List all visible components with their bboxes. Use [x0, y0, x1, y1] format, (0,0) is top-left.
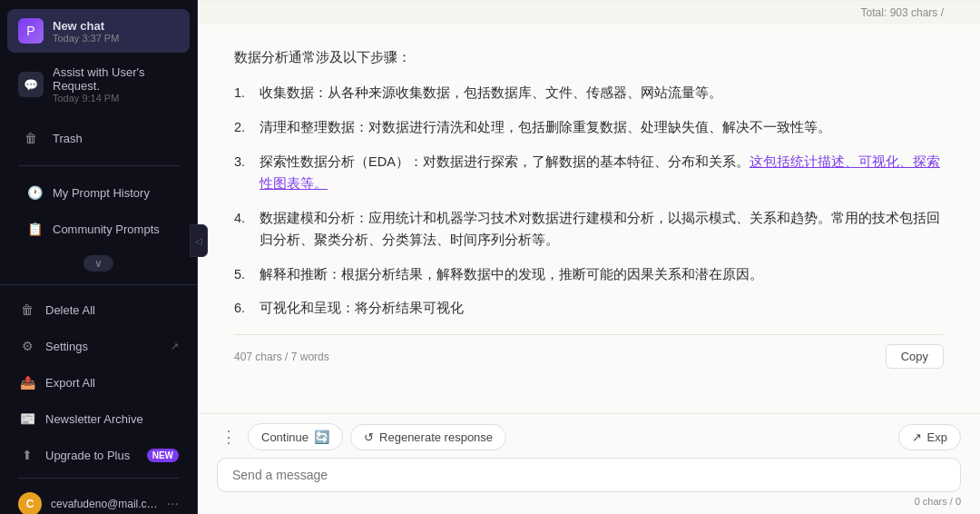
list-item: 1. 收集数据：从各种来源收集数据，包括数据库、文件、传感器、网站流量等。: [234, 83, 944, 104]
list-item: 3. 探索性数据分析（EDA）：对数据进行探索，了解数据的基本特征、分布和关系。…: [234, 152, 944, 195]
list-text: 可视化和呈现：将分析结果可视化: [260, 298, 944, 320]
message-content: 数据分析通常涉及以下步骤： 1. 收集数据：从各种来源收集数据，包括数据库、文件…: [234, 46, 944, 369]
input-row: [217, 458, 961, 492]
upgrade-icon: ⬆: [18, 446, 36, 464]
user-email: cevafudeno@mail.com: [51, 498, 158, 510]
regen-label: Regenerate response: [379, 430, 493, 444]
list-item: 5. 解释和推断：根据分析结果，解释数据中的发现，推断可能的因果关系和潜在原因。: [234, 264, 944, 286]
new-chat-icon: P: [18, 18, 44, 44]
delete-all-icon: 🗑: [18, 301, 36, 319]
trash-icon: 🗑: [18, 125, 44, 151]
newsletter-label: Newsletter Archive: [45, 412, 179, 426]
community-icon: 📋: [25, 220, 44, 238]
user-row[interactable]: C cevafudeno@mail.com ···: [7, 484, 190, 514]
assist-time: Today 9:14 PM: [53, 93, 179, 104]
delete-all-item[interactable]: 🗑 Delete All: [7, 292, 190, 327]
settings-item[interactable]: ⚙ Settings ↗: [7, 329, 190, 363]
export-all-label: Export All: [45, 376, 179, 390]
list-number: 6.: [234, 298, 252, 320]
export-label: Exp: [927, 430, 947, 444]
action-row: ⋮ Continue 🔄 ↺ Regenerate response ↗ Exp: [217, 423, 961, 450]
sidebar-section-prompts: 🕐 My Prompt History 📋 Community Prompts: [7, 172, 190, 252]
action-dot-icon[interactable]: ⋮: [217, 423, 240, 450]
my-prompt-history-label: My Prompt History: [53, 186, 150, 200]
message-input[interactable]: [232, 468, 946, 482]
regenerate-button[interactable]: ↺ Regenerate response: [350, 424, 506, 450]
community-prompts-label: Community Prompts: [53, 222, 160, 236]
sidebar-collapse-btn[interactable]: ◁: [190, 224, 208, 257]
continue-icon: 🔄: [314, 430, 329, 444]
settings-label: Settings: [45, 340, 158, 353]
char-info: 0 chars / 0: [217, 496, 961, 507]
expand-collapse-btn[interactable]: ∨: [7, 252, 190, 275]
upgrade-label: Upgrade to Plus: [45, 449, 138, 462]
new-chat-text: New chat Today 3:37 PM: [53, 19, 179, 44]
export-arrow-icon: ↗: [912, 430, 922, 444]
message-intro: 数据分析通常涉及以下步骤：: [234, 46, 944, 68]
continue-label: Continue: [261, 430, 309, 444]
settings-icon: ⚙: [18, 337, 36, 355]
prompt-history-icon: 🕐: [25, 183, 44, 202]
list-number: 4.: [234, 208, 252, 252]
list-number: 1.: [234, 83, 252, 104]
main-content: Total: 903 chars / 数据分析通常涉及以下步骤： 1. 收集数据…: [198, 0, 980, 514]
user-divider: [18, 478, 179, 479]
chevron-icon: ∨: [83, 255, 113, 272]
new-chat-item[interactable]: P New chat Today 3:37 PM: [7, 9, 190, 53]
assist-text: Assist with User's Request. Today 9:14 P…: [53, 65, 179, 104]
regen-icon: ↺: [364, 430, 374, 444]
upgrade-to-plus-item[interactable]: ⬆ Upgrade to Plus NEW: [7, 438, 190, 472]
community-prompts-item[interactable]: 📋 Community Prompts: [15, 212, 182, 246]
list-text: 探索性数据分析（EDA）：对数据进行探索，了解数据的基本特征、分布和关系。这包括…: [260, 152, 944, 195]
list-text: 清理和整理数据：对数据进行清洗和处理，包括删除重复数据、处理缺失值、解决不一致性…: [260, 117, 944, 139]
char-count: 407 chars / 7 words: [234, 351, 329, 363]
new-chat-title: New chat: [53, 19, 179, 33]
list-text: 收集数据：从各种来源收集数据，包括数据库、文件、传感器、网站流量等。: [260, 83, 944, 104]
trash-item[interactable]: 🗑 Trash: [7, 116, 190, 160]
list-number: 5.: [234, 264, 252, 286]
chat-area: 数据分析通常涉及以下步骤： 1. 收集数据：从各种来源收集数据，包括数据库、文件…: [198, 25, 980, 413]
export-all-item[interactable]: 📤 Export All: [7, 365, 190, 400]
export-all-icon: 📤: [18, 373, 36, 391]
list-text: 解释和推断：根据分析结果，解释数据中的发现，推断可能的因果关系和潜在原因。: [260, 264, 944, 286]
total-count: Total: 903 chars /: [198, 0, 980, 25]
user-more-icon[interactable]: ···: [167, 496, 179, 512]
chat-bubble-icon: 💬: [18, 72, 44, 97]
list-number: 3.: [234, 152, 252, 195]
sidebar-divider: [18, 165, 179, 166]
assist-chat-item[interactable]: 💬 Assist with User's Request. Today 9:14…: [7, 56, 190, 113]
list-item: 6. 可视化和呈现：将分析结果可视化: [234, 298, 944, 320]
newsletter-icon: 📰: [18, 410, 36, 428]
copy-button[interactable]: Copy: [886, 344, 944, 369]
list-item: 4. 数据建模和分析：应用统计和机器学习技术对数据进行建模和分析，以揭示模式、关…: [234, 208, 944, 252]
highlight-text: 这包括统计描述、可视化、探索性图表等。: [260, 154, 940, 191]
list-text: 数据建模和分析：应用统计和机器学习技术对数据进行建模和分析，以揭示模式、关系和趋…: [260, 208, 944, 252]
sidebar-bottom: 🗑 Delete All ⚙ Settings ↗ 📤 Export All 📰…: [0, 284, 197, 514]
export-button[interactable]: ↗ Exp: [898, 424, 961, 450]
cursor-indicator: ↗: [171, 341, 179, 352]
delete-all-label: Delete All: [45, 303, 179, 317]
newsletter-archive-item[interactable]: 📰 Newsletter Archive: [7, 401, 190, 436]
trash-label: Trash: [53, 132, 83, 145]
numbered-list: 1. 收集数据：从各种来源收集数据，包括数据库、文件、传感器、网站流量等。 2.…: [234, 83, 944, 320]
sidebar-top: P New chat Today 3:37 PM 💬 Assist with U…: [0, 0, 197, 284]
assist-title: Assist with User's Request.: [53, 65, 179, 93]
my-prompt-history-item[interactable]: 🕐 My Prompt History: [15, 175, 182, 210]
sidebar: P New chat Today 3:37 PM 💬 Assist with U…: [0, 0, 198, 514]
list-item: 2. 清理和整理数据：对数据进行清洗和处理，包括删除重复数据、处理缺失值、解决不…: [234, 117, 944, 139]
new-chat-time: Today 3:37 PM: [53, 33, 179, 44]
message-meta: 407 chars / 7 words Copy: [234, 334, 944, 369]
new-badge: NEW: [147, 449, 179, 462]
continue-button[interactable]: Continue 🔄: [248, 423, 343, 450]
user-avatar: C: [18, 492, 42, 514]
bottom-bar: ⋮ Continue 🔄 ↺ Regenerate response ↗ Exp…: [198, 413, 980, 514]
list-number: 2.: [234, 117, 252, 139]
